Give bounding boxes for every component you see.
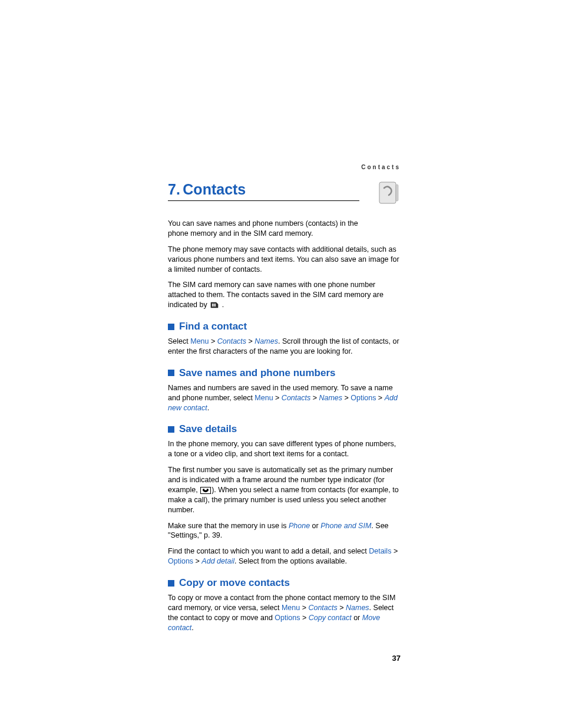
separator: > [246,337,254,345]
section-title-text: Copy or move contacts [179,577,290,589]
text: The SIM card memory can save names with … [168,281,384,309]
menu-path-contacts: Contacts [217,337,246,345]
menu-path-options: Options [275,614,300,622]
text: Find the contact to which you want to ad… [168,547,369,555]
menu-path-options: Options [168,557,193,565]
section-title: Save details [168,423,401,435]
menu-path-menu: Menu [254,394,273,402]
menu-path-copy-contact: Copy contact [309,614,352,622]
section-save-names: Save names and phone numbers Names and n… [168,367,401,413]
text: . Select from the options available. [234,557,347,565]
text: . [207,404,209,412]
chapter-number: 7. [168,181,180,197]
menu-path-names: Names [254,337,278,345]
text: Select [168,337,190,345]
section-save-details: Save details In the phone memory, you ca… [168,423,401,566]
option-phone: Phone [289,522,310,530]
paragraph: Find the contact to which you want to ad… [168,546,401,566]
paragraph: Make sure that the memory in use is Phon… [168,521,401,541]
page-number: 37 [392,654,401,663]
menu-path-contacts: Contacts [308,604,337,612]
separator: > [302,614,309,622]
separator: > [300,604,308,612]
section-title-text: Find a contact [179,321,247,332]
running-header: Contacts [168,164,401,170]
intro-paragraph-3: The SIM card memory can save names with … [168,280,401,310]
svg-rect-2 [212,304,216,307]
separator: > [209,337,217,345]
separator: > [376,394,384,402]
text: . [222,301,224,309]
menu-path-names: Names [346,604,369,612]
intro-paragraph-2: The phone memory may save contacts with … [168,245,401,275]
paragraph: Select Menu > Contacts > Names. Scroll t… [168,337,401,357]
menu-path-add-detail: Add detail [201,557,234,565]
text: or [352,614,362,622]
text: Make sure that the memory in use is [168,522,289,530]
section-title-text: Save names and phone numbers [179,367,335,379]
menu-path-options: Options [351,394,376,402]
menu-path-details: Details [369,547,391,555]
separator: > [310,394,319,402]
phone-type-icon [200,487,211,494]
sim-card-icon [210,302,219,308]
separator: > [273,394,282,402]
bullet-icon [168,324,174,330]
bullet-icon [168,426,174,433]
contacts-chapter-icon [377,181,401,205]
option-phone-sim: Phone and SIM [320,522,371,530]
paragraph: To copy or move a contact from the phone… [168,593,401,633]
separator: > [193,557,201,565]
section-title-text: Save details [179,423,237,435]
bullet-icon [168,370,174,376]
svg-rect-1 [396,185,398,201]
menu-path-menu: Menu [190,337,209,345]
menu-path-contacts: Contacts [282,394,310,402]
menu-path-names: Names [319,394,342,402]
section-title: Save names and phone numbers [168,367,401,379]
separator: > [342,394,351,402]
paragraph: Names and numbers are saved in the used … [168,383,401,413]
svg-rect-0 [379,182,396,203]
paragraph: In the phone memory, you can save differ… [168,439,401,459]
bullet-icon [168,580,174,587]
section-copy-move: Copy or move contacts To copy or move a … [168,577,401,633]
text: . [191,624,193,632]
separator: > [338,604,346,612]
separator: > [391,547,398,555]
paragraph: The first number you save is automatical… [168,465,401,515]
section-title: Copy or move contacts [168,577,401,589]
section-find-contact: Find a contact Select Menu > Contacts > … [168,321,401,357]
intro-paragraph-1: You can save names and phone numbers (co… [168,219,368,239]
section-title: Find a contact [168,321,401,332]
chapter-title-text: Contacts [183,181,246,197]
chapter-header: 7. Contacts [168,181,401,205]
menu-path-menu: Menu [282,604,300,612]
text: or [310,522,320,530]
